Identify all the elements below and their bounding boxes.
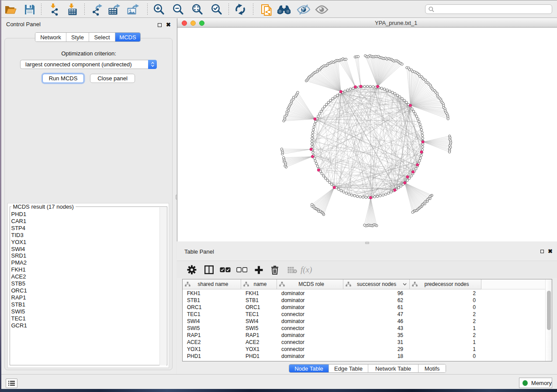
- mcds-result-item[interactable]: TEC1: [11, 315, 159, 322]
- cell-successor-nodes[interactable]: 96: [343, 290, 410, 297]
- cell-successor-nodes[interactable]: 18: [343, 353, 410, 360]
- mcds-result-scrollbar[interactable]: [159, 207, 166, 365]
- network-hub-node[interactable]: [404, 182, 406, 184]
- network-node[interactable]: [382, 194, 384, 196]
- network-node[interactable]: [348, 193, 350, 195]
- mcds-result-item[interactable]: TID3: [11, 232, 159, 239]
- cell-shared-name[interactable]: ACE2: [183, 339, 241, 346]
- cell-shared-name[interactable]: ORC1: [183, 304, 241, 311]
- network-node[interactable]: [353, 195, 356, 197]
- cell-predecessor-nodes[interactable]: 0: [410, 353, 481, 360]
- delete-row-button[interactable]: [268, 263, 281, 276]
- mcds-result-item[interactable]: STB5: [11, 280, 159, 287]
- network-hub-node[interactable]: [339, 90, 342, 93]
- first-neighbors-button[interactable]: [277, 3, 291, 16]
- network-node[interactable]: [414, 113, 416, 115]
- network-hub-node[interactable]: [314, 118, 316, 120]
- network-graph[interactable]: [177, 28, 557, 241]
- network-hub-node[interactable]: [360, 85, 362, 88]
- hide-selected-button[interactable]: [296, 3, 311, 16]
- network-node[interactable]: [387, 192, 390, 194]
- network-node[interactable]: [345, 58, 347, 60]
- network-node[interactable]: [422, 137, 424, 139]
- table-row-ACE2[interactable]: ACE2ACE2connector311: [183, 339, 545, 346]
- network-node[interactable]: [415, 115, 418, 117]
- cell-predecessor-nodes[interactable]: 2: [410, 318, 481, 325]
- network-node[interactable]: [405, 101, 408, 103]
- cell-name[interactable]: ORC1: [241, 304, 277, 311]
- network-node[interactable]: [415, 168, 417, 170]
- mcds-result-item[interactable]: SRD1: [11, 252, 159, 259]
- cell-name[interactable]: PHD1: [241, 353, 277, 360]
- mcds-result-item[interactable]: PMA2: [11, 259, 159, 266]
- refresh-button[interactable]: [233, 3, 248, 16]
- network-node[interactable]: [323, 106, 325, 108]
- mcds-result-item[interactable]: CAR1: [11, 218, 159, 225]
- cell-shared-name[interactable]: TEC1: [183, 311, 241, 318]
- column-header-shared-name[interactable]: shared name: [183, 279, 241, 289]
- network-node[interactable]: [383, 88, 385, 90]
- network-hub-node[interactable]: [412, 171, 414, 173]
- network-node[interactable]: [394, 93, 396, 95]
- cell-shared-name[interactable]: PHD1: [183, 353, 241, 360]
- cell-MCDS-role[interactable]: dominator: [277, 353, 343, 360]
- network-node[interactable]: [386, 89, 388, 91]
- network-node[interactable]: [322, 175, 325, 177]
- column-header-MCDS-role[interactable]: MCDS role: [277, 279, 343, 289]
- network-node[interactable]: [297, 91, 299, 93]
- network-node[interactable]: [362, 196, 364, 198]
- network-node[interactable]: [313, 126, 315, 128]
- network-node[interactable]: [369, 86, 371, 88]
- network-node[interactable]: [398, 186, 400, 189]
- network-node[interactable]: [315, 162, 317, 165]
- network-node[interactable]: [314, 123, 316, 125]
- column-layout-button[interactable]: [202, 263, 215, 276]
- cell-shared-name[interactable]: RAP1: [183, 332, 241, 339]
- zoom-fit-button[interactable]: [190, 3, 204, 16]
- cell-successor-nodes[interactable]: 46: [343, 318, 410, 325]
- mcds-result-item[interactable]: YOX1: [11, 239, 159, 246]
- network-node[interactable]: [421, 134, 423, 137]
- mcds-result-item[interactable]: ACE2: [11, 273, 159, 280]
- network-node[interactable]: [417, 118, 419, 120]
- cell-name[interactable]: YOX1: [241, 346, 277, 353]
- node-table-scrollbar[interactable]: [545, 279, 552, 361]
- table-settings-button[interactable]: [185, 263, 198, 276]
- table-row-TEC1[interactable]: TEC1TEC1connector472: [183, 311, 545, 318]
- cell-MCDS-role[interactable]: dominator: [277, 297, 343, 304]
- mcds-result-item[interactable]: STB1: [11, 301, 159, 308]
- tab-select[interactable]: Select: [89, 33, 115, 41]
- export-image-button[interactable]: [126, 3, 141, 16]
- search-field[interactable]: [425, 4, 552, 14]
- network-node[interactable]: [336, 94, 339, 96]
- cell-predecessor-nodes[interactable]: 2: [410, 311, 481, 318]
- network-node[interactable]: [365, 196, 367, 198]
- network-node[interactable]: [366, 85, 368, 87]
- network-node[interactable]: [379, 195, 381, 197]
- window-minimize-button[interactable]: [190, 21, 196, 26]
- network-node[interactable]: [349, 88, 351, 90]
- network-node[interactable]: [351, 194, 353, 196]
- network-node[interactable]: [390, 191, 392, 193]
- export-table-button[interactable]: [107, 3, 122, 16]
- table-row-RAP1[interactable]: RAP1RAP1dominator352: [183, 332, 545, 339]
- cell-predecessor-nodes[interactable]: 1: [410, 346, 481, 353]
- network-node[interactable]: [412, 110, 415, 112]
- unselect-all-button[interactable]: [235, 263, 248, 276]
- network-node[interactable]: [422, 146, 424, 148]
- import-network-button[interactable]: [47, 3, 62, 16]
- network-node[interactable]: [381, 87, 383, 89]
- close-table-panel-icon[interactable]: ✖: [548, 249, 553, 254]
- network-node[interactable]: [401, 97, 403, 100]
- network-node[interactable]: [376, 195, 378, 197]
- memory-button[interactable]: Memory: [519, 378, 552, 388]
- network-hub-node[interactable]: [317, 168, 320, 171]
- network-hub-node[interactable]: [394, 189, 396, 191]
- network-node[interactable]: [398, 96, 401, 98]
- table-row-SWI5[interactable]: SWI5SWI5connector431: [183, 325, 545, 332]
- cell-successor-nodes[interactable]: 29: [343, 346, 410, 353]
- network-node[interactable]: [363, 224, 366, 226]
- network-hub-node[interactable]: [420, 151, 423, 153]
- mcds-result-item[interactable]: GCR1: [11, 322, 159, 329]
- network-node[interactable]: [327, 101, 329, 103]
